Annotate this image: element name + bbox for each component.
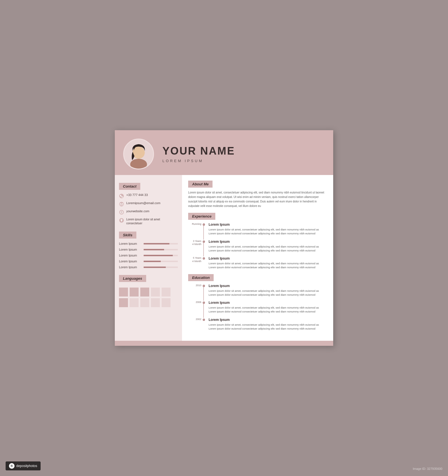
timeline-line	[203, 243, 204, 257]
education-timeline: 2010 Lorem Ipsum Lorem ipsum dolor sit a…	[188, 284, 327, 331]
contact-location: Lorem ipsum dolor sit ametconsectetuer	[119, 218, 178, 225]
timeline-content: Lorem Ipsum Lorem ipsum dolor sit amet, …	[206, 318, 327, 331]
language-box	[151, 298, 160, 307]
dp-text: depositphotos	[16, 464, 37, 468]
timeline-period: 3 Years4 Month	[188, 240, 204, 253]
resume-header: YOUR NAME LOREM IPSUM	[115, 130, 333, 175]
dp-logo: ©	[9, 463, 15, 469]
resume-footer	[115, 341, 333, 346]
location-text: Lorem ipsum dolor sit ametconsectetuer	[126, 218, 160, 225]
timeline-year: 2002	[188, 318, 204, 331]
skill-item: Lorem Ipsum	[119, 254, 178, 257]
timeline-dot	[203, 223, 205, 226]
resume-subtitle: LOREM IPSUM	[162, 159, 325, 163]
skill-label: Lorem Ipsum	[119, 254, 141, 257]
timeline-line	[203, 304, 204, 318]
skill-item: Lorem Ipsum	[119, 248, 178, 251]
skill-item: Lorem Ipsum	[119, 265, 178, 269]
skill-bar-bg	[144, 255, 178, 256]
experience-item: 3 Years4 Month Lorem Ipsum Lorem ipsum d…	[188, 240, 327, 253]
website-text: yourwebsite.com	[126, 209, 150, 213]
education-title: Education	[188, 274, 214, 281]
timeline-entry-title: Lorem Ipsum	[209, 256, 327, 260]
resume-body: Contact +33 777 444 33 Loremipsum@email.…	[115, 175, 333, 341]
svg-point-3	[119, 202, 124, 206]
skills-title: Skills	[119, 232, 136, 239]
phone-text: +33 777 444 33	[126, 193, 148, 197]
timeline-line	[203, 226, 204, 240]
skill-label: Lorem Ipsum	[119, 260, 141, 263]
resume-document: YOUR NAME LOREM IPSUM Contact +33 777 44…	[115, 130, 333, 346]
skill-bar-fill	[144, 255, 173, 256]
skill-bar-fill	[144, 267, 166, 268]
skill-item: Lorem Ipsum	[119, 260, 178, 263]
timeline-entry-title: Lorem Ipsum	[209, 284, 327, 288]
language-box	[140, 298, 149, 307]
contact-title: Contact	[119, 183, 140, 190]
header-text: YOUR NAME LOREM IPSUM	[162, 145, 325, 163]
experience-item: Running Lorem Ipsum Lorem ipsum dolor si…	[188, 223, 327, 236]
about-section: About Me Lorem ipsum dolor sit amet, con…	[188, 181, 327, 208]
timeline-content: Lorem Ipsum Lorem ipsum dolor sit amet, …	[206, 301, 327, 314]
svg-point-0	[130, 159, 147, 169]
education-section: Education 2010 Lorem Ipsum Lorem ipsum d…	[188, 274, 327, 331]
timeline-period: Running	[188, 223, 204, 236]
timeline-entry-desc: Lorem ipsum dolor sit amet, consectetuer…	[209, 289, 327, 297]
timeline-entry-desc: Lorem ipsum dolor sit amet, consectetuer…	[209, 245, 327, 253]
experience-section: Experience Running Lorem Ipsum Lorem ips…	[188, 213, 327, 270]
resume-name: YOUR NAME	[162, 145, 325, 157]
skill-label: Lorem Ipsum	[119, 248, 141, 251]
about-title: About Me	[188, 181, 213, 188]
skill-bar-fill	[144, 261, 161, 262]
skill-bar-bg	[144, 267, 178, 268]
skill-item: Lorem Ipsum	[119, 242, 178, 245]
timeline-entry-desc: Lorem ipsum dolor sit amet, consectetuer…	[209, 228, 327, 236]
language-box	[130, 298, 139, 307]
about-text: Lorem ipsum dolor sit amet, consectetuer…	[188, 190, 327, 208]
timeline-entry-title: Lorem Ipsum	[209, 223, 327, 227]
image-id-label: Image ID: 327935600	[413, 467, 442, 470]
skill-bar-fill	[144, 249, 164, 250]
contact-section: Contact +33 777 444 33 Loremipsum@email.…	[119, 181, 178, 225]
timeline-dot	[203, 319, 205, 321]
education-item: 2006 Lorem Ipsum Lorem ipsum dolor sit a…	[188, 301, 327, 314]
language-box	[140, 288, 149, 297]
email-icon	[119, 202, 124, 207]
timeline-dot	[203, 302, 205, 304]
svg-point-2	[119, 194, 124, 198]
timeline-content: Lorem Ipsum Lorem ipsum dolor sit amet, …	[206, 240, 327, 253]
skills-section: Skills Lorem Ipsum Lorem Ipsum Lorem Ips…	[119, 229, 178, 269]
timeline-dot	[203, 241, 205, 243]
language-box	[162, 298, 171, 307]
timeline-entry-title: Lorem Ipsum	[209, 318, 327, 322]
languages-title: Languages	[119, 275, 146, 282]
left-column: Contact +33 777 444 33 Loremipsum@email.…	[115, 175, 182, 341]
timeline-dot	[203, 257, 205, 260]
contact-website: yourwebsite.com	[119, 209, 178, 215]
timeline-period: 5 Years4 Month	[188, 256, 204, 270]
skill-bar-bg	[144, 261, 178, 262]
timeline-content: Lorem Ipsum Lorem ipsum dolor sit amet, …	[206, 256, 327, 270]
experience-timeline: Running Lorem Ipsum Lorem ipsum dolor si…	[188, 223, 327, 270]
contact-phone: +33 777 444 33	[119, 193, 178, 199]
timeline-year: 2006	[188, 301, 204, 314]
language-box	[151, 288, 160, 297]
education-item: 2010 Lorem Ipsum Lorem ipsum dolor sit a…	[188, 284, 327, 297]
web-icon	[119, 210, 124, 215]
skill-bar-fill	[144, 243, 169, 244]
education-item: 2002 Lorem Ipsum Lorem ipsum dolor sit a…	[188, 318, 327, 331]
avatar	[123, 139, 154, 169]
skills-list: Lorem Ipsum Lorem Ipsum Lorem Ipsum Lore…	[119, 242, 178, 269]
email-text: Loremipsum@email.com	[126, 201, 160, 205]
contact-email: Loremipsum@email.com	[119, 201, 178, 207]
timeline-entry-desc: Lorem ipsum dolor sit amet, consectetuer…	[209, 323, 327, 331]
language-box	[162, 288, 171, 297]
experience-item: 5 Years4 Month Lorem Ipsum Lorem ipsum d…	[188, 256, 327, 270]
timeline-year: 2010	[188, 284, 204, 297]
languages-section: Languages	[119, 273, 178, 307]
language-box	[119, 298, 128, 307]
timeline-entry-title: Lorem Ipsum	[209, 240, 327, 244]
timeline-entry-desc: Lorem ipsum dolor sit amet, consectetuer…	[209, 262, 327, 270]
phone-icon	[119, 193, 124, 199]
experience-title: Experience	[188, 213, 215, 220]
